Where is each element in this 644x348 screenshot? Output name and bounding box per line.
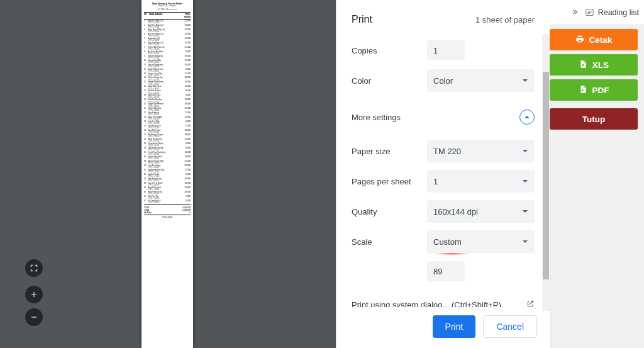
- toolbar-overflow-button[interactable]: [571, 7, 579, 18]
- receipt-line: 31French Fries Shoestring140,0005 PCS x …: [144, 152, 191, 155]
- print-button[interactable]: Print: [433, 315, 476, 338]
- col-no: NO: [144, 13, 148, 18]
- chevron-down-icon: [522, 237, 528, 247]
- paper-size-label: Paper size: [352, 147, 427, 156]
- receipt-line: 36Egg Roll Vanilla85,0005 PCS x 17,000: [144, 174, 191, 177]
- receipt-line: 17Fish Roll Seafood80,0004 PCS x 20,000: [144, 90, 191, 94]
- more-settings-toggle[interactable]: More settings: [336, 96, 543, 136]
- reading-list-button[interactable]: Reading list: [585, 8, 639, 17]
- receipt-line: 23Bakso Ikan Tenggiri120,0005 PCS x 24,0…: [144, 116, 191, 120]
- receipt-line: 30Cilok Bumbu Kacang60,0005 PCS x 12,000: [144, 147, 191, 151]
- receipt-line: 16Kebab Mini Frozen140,0005 PCS x 28,000: [144, 86, 191, 89]
- receipt-line: 33Udang Tempura 500g225,0005 PCS x 45,00…: [144, 160, 191, 164]
- receipt-sub2: Tel: 2000 - 09xx-xxx-xxxx: [144, 9, 191, 11]
- receipt-line: 1Raja Rasa Madu (+5)210,0005 PCS x 42,00…: [144, 20, 191, 24]
- receipt-line: 32Chicken Katsu Pack160,0004 PCS x 40,00…: [144, 156, 191, 160]
- receipt-line: 29Cireng Bumbu Rujak60,0004 PCS x 15,000: [144, 143, 191, 147]
- receipt-line: 22Sosis Bratwurst175,0005 PCS x 35,000: [144, 112, 191, 116]
- tutup-button[interactable]: Tutup: [550, 108, 638, 130]
- receipt-line: 4Mini Donat Paket (+5)120,0005 PCS x 24,…: [144, 33, 191, 37]
- chevron-up-icon: [519, 109, 535, 125]
- pages-per-sheet-select[interactable]: 1: [427, 170, 535, 193]
- receipt-line: 21Chicken Wing 1kg165,0005 PCS x 33,000: [144, 108, 191, 111]
- cancel-button[interactable]: Cancel: [483, 315, 537, 338]
- cetak-button[interactable]: Cetak: [550, 29, 638, 50]
- fit-to-page-button[interactable]: [25, 259, 43, 277]
- receipt-line: 28Donat Kentang Isi 6110,0005 PCS x 22,0…: [144, 138, 191, 142]
- chevron-down-icon: [522, 207, 528, 216]
- receipt-line: 6Sosis Sapi Besar (+5)110,0005 PCS x 22,…: [144, 42, 191, 46]
- annotation-underline: [432, 253, 535, 258]
- scale-label: Scale: [352, 237, 427, 247]
- preview-page: Dyan Beauty & Frozen Foods Baguio City -…: [142, 0, 193, 348]
- receipt-line: 3Bakso Ayam 500gr (+5)210,0005 PCS x 42,…: [144, 29, 191, 33]
- chevron-down-icon: [522, 177, 528, 186]
- file-xls-icon: [579, 60, 587, 70]
- receipt-line: 42Teh Celup Box 2550,0005 PCS x 10,000: [144, 200, 191, 204]
- file-pdf-icon: [579, 85, 587, 96]
- receipt-line: 9Kentang Goreng 1kg135,0005 PCS x 27,000: [144, 55, 191, 59]
- printer-icon: [575, 35, 584, 45]
- browser-right-strip: Reading list Cetak XLS PDF Tutup: [550, 0, 644, 348]
- sheet-count: 1 sheet of paper: [475, 15, 535, 25]
- print-preview-pane: Dyan Beauty & Frozen Foods Baguio City -…: [0, 0, 336, 348]
- receipt-line: 7Es Krim Mini Pack (+5)115,0005 PCS x 23…: [144, 47, 191, 50]
- toolbar-overflow: Reading list: [550, 0, 644, 25]
- quality-label: Quality: [352, 207, 427, 216]
- receipt-line: 37Keju Mozarella 1kg320,0004 PCS x 80,00…: [144, 178, 191, 182]
- receipt-line: 41Gula Pasir 1kg70,0005 PCS x 14,000: [144, 196, 191, 199]
- receipt-line: 20Nugget Sapi Premium190,0005 PCS x 38,0…: [144, 103, 191, 107]
- pdf-button[interactable]: PDF: [550, 79, 638, 101]
- receipt-line: 34Cumi Ring Crispy200,0005 PCS x 40,000: [144, 165, 191, 169]
- receipt-sub1: Baguio City - Benguet: [144, 5, 191, 7]
- scale-select[interactable]: Custom: [427, 230, 535, 253]
- receipt-line: 40Beras Premium 5kg260,0004 PCS x 65,000: [144, 191, 191, 195]
- receipt-line: 24Crab Stick 250g90,0005 PCS x 18,000: [144, 121, 191, 125]
- receipt-line: 25Tahu Bakso Isi 1075,0005 PCS x 15,000: [144, 125, 191, 129]
- receipt-line: 2Raja Rasa Madu (+5)105,0005 PCS x 21,00…: [144, 25, 191, 28]
- scale-number-input[interactable]: [427, 261, 465, 281]
- zoom-in-button[interactable]: [25, 286, 43, 303]
- print-title: Print: [352, 14, 372, 25]
- receipt-line: 19Otak-Otak Bandeng100,0004 PCS x 25,000: [144, 99, 191, 103]
- receipt-line: 18Spring Roll Sayur90,0005 PCS x 18,000: [144, 94, 191, 98]
- col-item: NAMA BARANG: [149, 13, 178, 18]
- xls-button[interactable]: XLS: [550, 54, 638, 76]
- receipt-line: 10Siomay Ikan 500g125,0005 PCS x 25,000: [144, 60, 191, 64]
- receipt-line: 8Mie Instan Box 24pcs96,0003 PCS x 32,00…: [144, 51, 191, 55]
- copies-input[interactable]: [427, 40, 465, 60]
- receipt-line: 39Minyak Goreng 2L160,0004 PCS x 40,000: [144, 187, 191, 191]
- receipt-line: 15Pempek Kapal Selam185,0005 PCS x 37,00…: [144, 81, 191, 85]
- chevron-down-icon: [522, 147, 528, 156]
- receipt-line: 13Tempura Ikan 500g115,0005 PCS x 23,000: [144, 73, 191, 77]
- zoom-out-button[interactable]: [25, 308, 43, 326]
- color-label: Color: [352, 76, 427, 86]
- copies-label: Copies: [352, 46, 427, 55]
- print-settings-panel: Print 1 sheet of paper Copies Color Colo…: [336, 0, 550, 348]
- chevron-down-icon: [522, 76, 528, 86]
- open-external-icon: [526, 300, 535, 307]
- quality-select[interactable]: 160x144 dpi: [427, 200, 535, 223]
- receipt-line: 38Susu UHT 1L Box12180,0006 PCS x 30,000: [144, 182, 191, 186]
- pages-per-sheet-label: Pages per sheet: [352, 177, 427, 186]
- scrollbar-thumb[interactable]: [543, 72, 549, 279]
- receipt-line: 26Pizza Mini Frozen140,0004 PCS x 35,000: [144, 130, 191, 133]
- scrollbar[interactable]: [542, 34, 550, 311]
- receipt-line: 11Dimsum Udang Hijau150,0005 PCS x 30,00…: [144, 64, 191, 68]
- color-select[interactable]: Color: [427, 69, 535, 92]
- receipt-line: 5Naget Ayam (+5)120,0004 PCS x 30,000: [144, 38, 191, 42]
- receipt-line: 27Roti Maryam Original100,0005 PCS x 20,…: [144, 134, 191, 138]
- paper-size-select[interactable]: TM 220: [427, 140, 535, 162]
- system-dialog-link[interactable]: Print using system dialog... (Ctrl+Shift…: [336, 288, 543, 307]
- receipt-line: 12Risoles Mayo Frozen80,0004 PCS x 20,00…: [144, 69, 191, 72]
- receipt-line: 35Scallop Premium 250g175,0005 PCS x 35,…: [144, 169, 191, 173]
- receipt-line: 14Chicken Karage 1kg180,0004 PCS x 45,00…: [144, 77, 191, 81]
- col-total: TOTAL HARGA: [179, 13, 191, 18]
- settings-scroll[interactable]: Copies Color Color More settings: [336, 31, 550, 307]
